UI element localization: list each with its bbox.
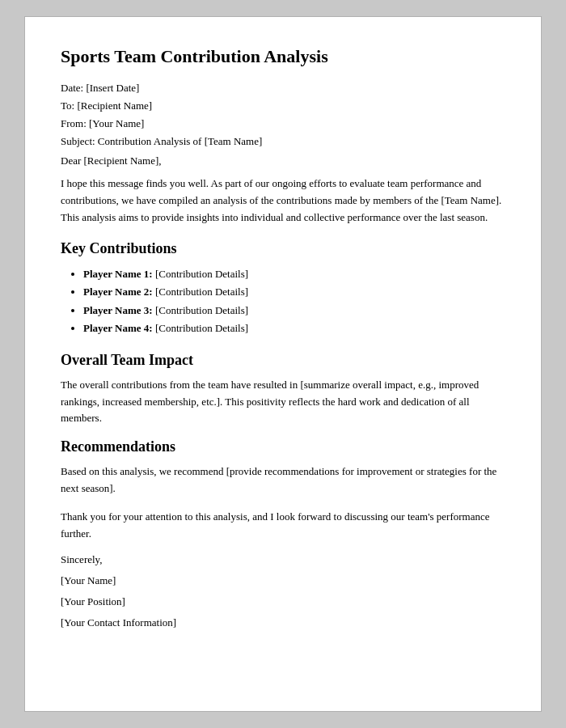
player2-label: Player Name 2: bbox=[83, 286, 153, 298]
player1-detail: [Contribution Details] bbox=[153, 268, 248, 280]
document-title: Sports Team Contribution Analysis bbox=[61, 46, 505, 67]
key-contributions-heading: Key Contributions bbox=[61, 240, 505, 257]
list-item: Player Name 3: [Contribution Details] bbox=[83, 302, 505, 320]
player4-label: Player Name 4: bbox=[83, 322, 153, 334]
list-item: Player Name 1: [Contribution Details] bbox=[83, 265, 505, 283]
overall-impact-heading: Overall Team Impact bbox=[61, 352, 505, 369]
closing-contact: [Your Contact Information] bbox=[61, 616, 505, 629]
to-line: To: [Recipient Name] bbox=[61, 99, 505, 112]
overall-impact-body: The overall contributions from the team … bbox=[61, 377, 505, 427]
closing-position: [Your Position] bbox=[61, 595, 505, 608]
intro-paragraph: I hope this message finds you well. As p… bbox=[61, 176, 505, 226]
player3-detail: [Contribution Details] bbox=[153, 304, 248, 316]
from-line: From: [Your Name] bbox=[61, 117, 505, 130]
greeting-line: Dear [Recipient Name], bbox=[61, 154, 505, 167]
document-container: Sports Team Contribution Analysis Date: … bbox=[24, 16, 542, 712]
player4-detail: [Contribution Details] bbox=[153, 322, 248, 334]
player1-label: Player Name 1: bbox=[83, 268, 153, 280]
recommendations-body1: Based on this analysis, we recommend [pr… bbox=[61, 463, 505, 497]
list-item: Player Name 4: [Contribution Details] bbox=[83, 320, 505, 337]
player3-label: Player Name 3: bbox=[83, 304, 153, 316]
closing-sincerely: Sincerely, bbox=[61, 553, 505, 566]
subject-line: Subject: Contribution Analysis of [Team … bbox=[61, 135, 505, 148]
recommendations-heading: Recommendations bbox=[61, 438, 505, 455]
date-line: Date: [Insert Date] bbox=[61, 82, 505, 95]
player2-detail: [Contribution Details] bbox=[153, 286, 248, 298]
list-item: Player Name 2: [Contribution Details] bbox=[83, 283, 505, 301]
recommendations-body2: Thank you for your attention to this ana… bbox=[61, 509, 505, 543]
key-contributions-list: Player Name 1: [Contribution Details] Pl… bbox=[83, 265, 505, 336]
closing-name: [Your Name] bbox=[61, 574, 505, 587]
